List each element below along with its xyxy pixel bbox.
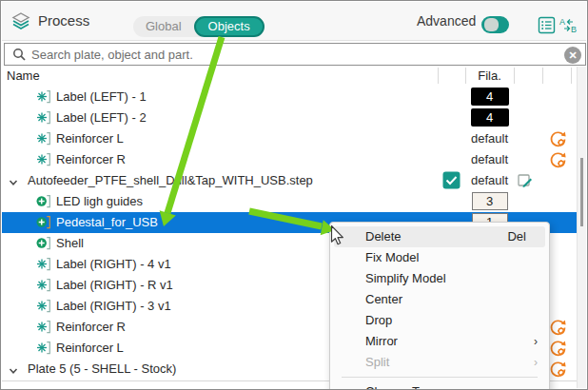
menu-item-label: Center	[365, 289, 402, 310]
asterisk-part-icon	[36, 131, 51, 149]
tree-row-label: Reinforcer L	[56, 131, 124, 146]
tree-row-label: Pedestal_for_USB	[56, 215, 158, 229]
filament-badge[interactable]: 3	[472, 192, 508, 210]
panel-title: Process	[38, 12, 89, 29]
clear-search-icon[interactable]: ✕	[564, 47, 581, 64]
filament-value[interactable]: default	[471, 131, 508, 146]
filament-value[interactable]: default	[471, 173, 508, 187]
scrollbar-thumb[interactable]	[580, 158, 583, 226]
submenu-arrow-icon: ›	[534, 331, 538, 352]
menu-separator	[342, 377, 538, 378]
asterisk-part-icon	[36, 89, 51, 107]
tree-row[interactable]: LED ligh guides3	[2, 191, 578, 212]
menu-item-label: Split	[365, 352, 389, 373]
filament-badge[interactable]: 4	[471, 108, 509, 127]
asterisk-part-icon	[36, 110, 51, 128]
asterisk-part-icon	[36, 299, 51, 317]
sync-settings-icon[interactable]	[548, 360, 568, 382]
layers-icon	[11, 11, 30, 34]
menu-item-label: Fix Model	[365, 247, 419, 268]
menu-item-label: Change Type	[365, 381, 439, 390]
chevron-down-icon[interactable]	[9, 364, 18, 379]
plus-part-icon	[36, 236, 51, 254]
search-icon	[12, 48, 27, 66]
tree-row-label: Label (RIGHT) - R v1	[56, 278, 173, 292]
column-header-row: Name Fila.	[2, 67, 577, 86]
column-fila: Fila.	[465, 68, 514, 83]
tree-row-label: Reinforcer L	[56, 341, 124, 355]
menu-item-center[interactable]: Center	[334, 289, 545, 310]
object-list-icon[interactable]	[538, 16, 556, 38]
context-menu: DeleteDelFix ModelSimplify ModelCenterDr…	[329, 222, 550, 390]
tree-row-label: Autofeeder_PTFE_shell_Drill&Tap_WITH_USB…	[28, 173, 313, 187]
menu-item-change-type[interactable]: Change Type	[334, 381, 545, 390]
tree-row[interactable]: Label (LEFT) - 14	[2, 87, 578, 107]
plus-part-icon	[36, 194, 51, 212]
filament-badge[interactable]: 4	[471, 88, 509, 106]
asterisk-part-icon	[36, 152, 51, 170]
tree-row-label: Plate 5 (5 - SHELL - Stock)	[28, 361, 176, 376]
svg-text:B: B	[571, 25, 577, 34]
toggle-knob	[484, 18, 499, 31]
tab-objects[interactable]: Objects	[194, 16, 265, 37]
tree-row-label: Label (RIGHT) - 3 v1	[56, 299, 171, 313]
search-placeholder: Search plate, object and part.	[31, 48, 193, 62]
chevron-down-icon[interactable]	[9, 176, 18, 190]
panel-header: Process Global Objects Advanced A	[2, 2, 586, 41]
tree-row[interactable]: Label (LEFT) - 24	[2, 107, 578, 128]
asterisk-part-icon	[36, 320, 51, 338]
menu-item-label: Drop	[365, 310, 392, 331]
asterisk-part-icon	[36, 341, 51, 359]
advanced-toggle[interactable]	[481, 16, 509, 33]
tree-row-label: Label (LEFT) - 1	[56, 89, 147, 104]
tree-row-label: Shell	[56, 236, 84, 250]
submenu-arrow-icon: ›	[534, 352, 538, 373]
process-panel: Process Global Objects Advanced A	[0, 0, 588, 390]
menu-item-mirror[interactable]: Mirror›	[334, 331, 545, 352]
tree-row-label: Reinforcer R	[56, 320, 126, 334]
tree-row[interactable]: Reinforcer Rdefault	[2, 149, 578, 170]
tab-global[interactable]: Global	[133, 16, 194, 37]
row-checkbox[interactable]	[442, 171, 461, 192]
menu-item-drop[interactable]: Drop	[334, 310, 545, 331]
tree-row-label: LED ligh guides	[56, 194, 143, 208]
menu-item-label: Delete	[365, 226, 402, 247]
scope-tabs: Global Objects	[133, 16, 265, 37]
edit-plate-icon[interactable]	[518, 173, 533, 191]
menu-shortcut: Del	[507, 226, 526, 247]
tree-row[interactable]: Autofeeder_PTFE_shell_Drill&Tap_WITH_USB…	[2, 170, 578, 191]
filament-value[interactable]: default	[471, 152, 508, 166]
menu-item-simplify-model[interactable]: Simplify Model	[334, 268, 545, 289]
tree-row-label: Reinforcer R	[56, 152, 126, 166]
menu-item-delete[interactable]: DeleteDel	[334, 226, 545, 247]
menu-item-fix-model[interactable]: Fix Model	[334, 247, 545, 268]
rename-ab-icon[interactable]: A B	[559, 16, 578, 38]
tree-row[interactable]: Reinforcer Ldefault	[2, 128, 578, 149]
asterisk-part-icon	[36, 257, 51, 275]
tree-row-label: Label (LEFT) - 2	[56, 110, 147, 125]
menu-item-label: Mirror	[365, 331, 398, 352]
svg-text:A: A	[559, 17, 565, 27]
column-name: Name	[7, 68, 40, 83]
search-input[interactable]: Search plate, object and part. ✕	[4, 43, 586, 66]
vertical-scrollbar[interactable]	[577, 67, 586, 388]
plus-part-icon	[36, 215, 51, 233]
tree-row-label: Label (RIGHT) - 4 v1	[56, 257, 171, 271]
advanced-label: Advanced	[417, 13, 476, 29]
asterisk-part-icon	[36, 278, 51, 296]
menu-item-label: Simplify Model	[365, 268, 446, 289]
menu-item-split: Split›	[334, 352, 545, 373]
